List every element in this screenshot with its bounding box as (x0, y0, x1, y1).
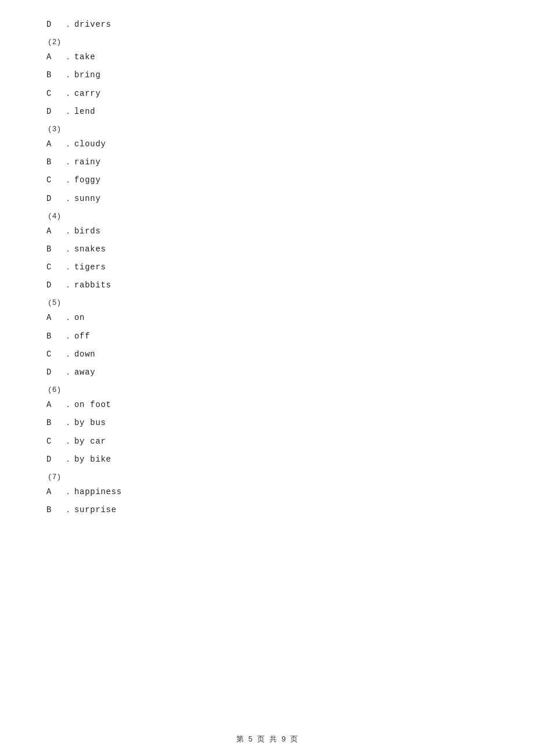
option-dot: ． (64, 278, 74, 293)
option-text: drivers (74, 17, 111, 32)
option-text: off (74, 329, 90, 344)
option-7a: A ． happiness (46, 485, 488, 499)
option-text: cloudy (74, 137, 106, 152)
option-label: D (46, 452, 64, 467)
option-2b: B ． bring (46, 68, 488, 82)
option-label: A (46, 485, 64, 499)
option-6a: A ． on foot (46, 398, 488, 412)
option-dot: ． (64, 173, 74, 188)
option-label: A (46, 137, 64, 152)
option-dot: ． (64, 311, 74, 325)
option-dot: ． (64, 242, 74, 257)
option-text: by bike (74, 452, 111, 467)
option-text: snakes (74, 242, 106, 257)
option-dot: ． (64, 50, 74, 64)
option-2a: A ． take (46, 50, 488, 64)
option-label: B (46, 242, 64, 257)
option-dot: ． (64, 17, 74, 32)
option-label: A (46, 50, 64, 64)
option-text: rainy (74, 155, 101, 170)
option-4c: C ． tigers (46, 260, 488, 275)
option-label: D (46, 17, 64, 32)
option-6c: C ． by car (46, 434, 488, 449)
option-text: by bus (74, 416, 106, 430)
option-dot: ． (64, 347, 74, 362)
page-footer: 第 5 页 共 9 页 (0, 734, 534, 744)
option-text: tigers (74, 260, 106, 275)
option-3c: C ． foggy (46, 173, 488, 188)
option-5b: B ． off (46, 329, 488, 344)
option-7b: B ． surprise (46, 503, 488, 517)
option-text: down (74, 347, 95, 362)
option-label: B (46, 155, 64, 170)
option-text: on foot (74, 398, 111, 412)
option-text: carry (74, 87, 101, 101)
option-4d: D ． rabbits (46, 278, 488, 293)
option-text: rabbits (74, 278, 111, 293)
question-number-4: (4) (46, 212, 488, 221)
option-2d: D ． lend (46, 105, 488, 119)
option-dot: ． (64, 398, 74, 412)
option-text: bring (74, 68, 101, 82)
option-dot: ． (64, 485, 74, 499)
option-label: B (46, 329, 64, 344)
option-d-drivers: D ． drivers (46, 17, 488, 32)
option-text: sunny (74, 192, 101, 206)
option-dot: ． (64, 224, 74, 239)
option-dot: ． (64, 87, 74, 101)
option-label: D (46, 105, 64, 119)
option-label: A (46, 398, 64, 412)
option-text: on (74, 311, 85, 325)
option-3b: B ． rainy (46, 155, 488, 170)
question-number-7: (7) (46, 473, 488, 481)
option-dot: ． (64, 137, 74, 152)
option-dot: ． (64, 192, 74, 206)
question-number-3: (3) (46, 125, 488, 134)
option-text: foggy (74, 173, 101, 188)
question-number-6: (6) (46, 386, 488, 394)
option-dot: ． (64, 105, 74, 119)
question-number-5: (5) (46, 298, 488, 307)
option-6d: D ． by bike (46, 452, 488, 467)
option-4a: A ． birds (46, 224, 488, 239)
option-label: D (46, 278, 64, 293)
option-3a: A ． cloudy (46, 137, 488, 152)
option-text: surprise (74, 503, 117, 517)
option-label: C (46, 434, 64, 449)
option-4b: B ． snakes (46, 242, 488, 257)
option-dot: ． (64, 155, 74, 170)
option-5d: D ． away (46, 365, 488, 380)
option-6b: B ． by bus (46, 416, 488, 430)
option-dot: ． (64, 68, 74, 82)
option-dot: ． (64, 434, 74, 449)
option-label: C (46, 87, 64, 101)
option-label: B (46, 68, 64, 82)
option-dot: ． (64, 452, 74, 467)
option-dot: ． (64, 503, 74, 517)
option-text: away (74, 365, 95, 380)
option-dot: ． (64, 260, 74, 275)
option-dot: ． (64, 416, 74, 430)
option-text: by car (74, 434, 106, 449)
option-label: D (46, 365, 64, 380)
option-label: B (46, 503, 64, 517)
option-text: birds (74, 224, 101, 239)
option-5c: C ． down (46, 347, 488, 362)
option-label: C (46, 347, 64, 362)
option-label: B (46, 416, 64, 430)
question-number-2: (2) (46, 38, 488, 46)
option-text: happiness (74, 485, 122, 499)
option-5a: A ． on (46, 311, 488, 325)
page-number-text: 第 5 页 共 9 页 (236, 735, 298, 744)
option-3d: D ． sunny (46, 192, 488, 206)
option-text: lend (74, 105, 95, 119)
option-label: C (46, 260, 64, 275)
option-label: A (46, 311, 64, 325)
page-content: D ． drivers (2) A ． take B ． bring C ． c… (0, 0, 534, 556)
option-label: D (46, 192, 64, 206)
option-text: take (74, 50, 95, 64)
option-label: C (46, 173, 64, 188)
option-2c: C ． carry (46, 87, 488, 101)
option-dot: ． (64, 329, 74, 344)
option-label: A (46, 224, 64, 239)
